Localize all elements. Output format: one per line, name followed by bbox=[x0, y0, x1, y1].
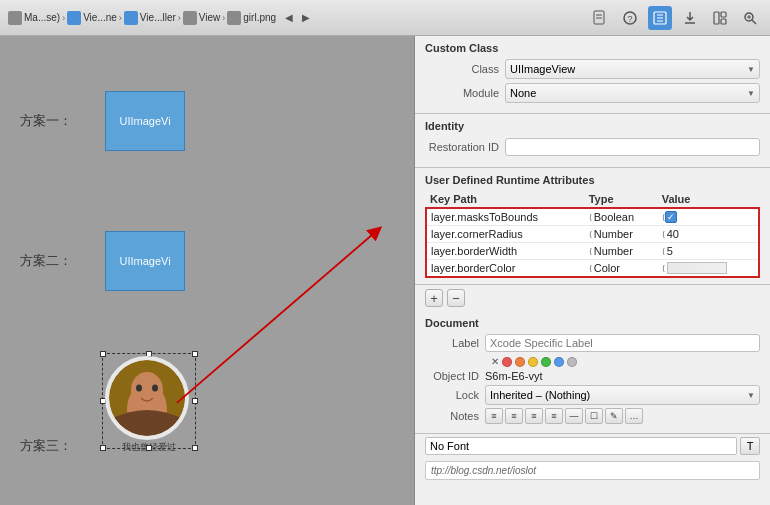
notes-more[interactable]: … bbox=[625, 408, 643, 424]
svg-point-21 bbox=[136, 385, 142, 392]
svg-rect-12 bbox=[721, 19, 726, 24]
notes-hr[interactable]: — bbox=[565, 408, 583, 424]
type-stepper-1: ⟨ Boolean bbox=[589, 211, 654, 223]
attr-keypath-3: layer.borderWidth bbox=[426, 243, 585, 260]
attr-keypath-1: layer.masksToBounds bbox=[426, 208, 585, 226]
url-area[interactable]: ttp://blog.csdn.net/ioslot bbox=[425, 461, 760, 480]
color-dot-gray[interactable] bbox=[567, 357, 577, 367]
blue-icon-1 bbox=[67, 11, 81, 25]
type-stepper-2: ⟨ Number bbox=[589, 228, 654, 240]
document-section: Document Label ✕ Object ID S6m-E6-vyt bbox=[415, 311, 770, 434]
blue-icon-2 bbox=[124, 11, 138, 25]
color-dot-red[interactable] bbox=[502, 357, 512, 367]
value-stepper-2[interactable]: ⟨ bbox=[662, 230, 665, 239]
notes-box[interactable]: ☐ bbox=[585, 408, 603, 424]
checkbox-1[interactable]: ✓ bbox=[665, 211, 677, 223]
value-stepper-4[interactable]: ⟨ bbox=[662, 264, 665, 273]
breadcrumb-label-5: girl.png bbox=[243, 12, 276, 23]
breadcrumb-item-1[interactable]: Ma...se) bbox=[8, 11, 60, 25]
attr-value-3: ⟨ 5 bbox=[658, 243, 759, 260]
notes-label: Notes bbox=[425, 410, 485, 422]
table-row[interactable]: layer.cornerRadius ⟨ Number ⟨ 40 bbox=[426, 226, 759, 243]
svg-point-20 bbox=[131, 372, 163, 408]
nav-back-icon[interactable]: ◀ bbox=[282, 11, 296, 25]
help-button[interactable]: ? bbox=[618, 6, 642, 30]
restoration-row: Restoration ID bbox=[425, 137, 760, 157]
download-button[interactable] bbox=[678, 6, 702, 30]
clear-color-button[interactable]: ✕ bbox=[491, 356, 499, 367]
font-t-button[interactable]: T bbox=[740, 437, 760, 455]
color-dot-orange[interactable] bbox=[515, 357, 525, 367]
notes-pen[interactable]: ✎ bbox=[605, 408, 623, 424]
class-label: Class bbox=[425, 63, 505, 75]
handle-tl bbox=[100, 351, 106, 357]
svg-point-22 bbox=[152, 385, 158, 392]
attr-keypath-2: layer.cornerRadius bbox=[426, 226, 585, 243]
class-select[interactable]: UIImageView ▼ bbox=[505, 59, 760, 79]
col-type: Type bbox=[585, 191, 658, 208]
notes-align-right[interactable]: ≡ bbox=[525, 408, 543, 424]
section-3: 方案三： bbox=[20, 356, 193, 455]
zoom-button[interactable] bbox=[738, 6, 762, 30]
type-stepper-4: ⟨ Color bbox=[589, 262, 654, 274]
breadcrumb-nav: ◀ ▶ bbox=[282, 11, 313, 25]
photo-container[interactable]: 我也曾经爱过 bbox=[105, 356, 193, 446]
color-dots-row: ✕ bbox=[491, 356, 760, 367]
breadcrumb-item-5[interactable]: girl.png bbox=[227, 11, 276, 25]
attr-type-2: ⟨ Number bbox=[585, 226, 658, 243]
gray-icon-1 bbox=[183, 11, 197, 25]
add-attribute-button[interactable]: + bbox=[425, 289, 443, 307]
restoration-input[interactable] bbox=[505, 138, 760, 156]
value-stepper-3[interactable]: ⟨ bbox=[662, 247, 665, 256]
stepper-arrow-3[interactable]: ⟨ bbox=[589, 247, 592, 256]
font-row: No Font T bbox=[415, 437, 770, 455]
module-select[interactable]: None ▼ bbox=[505, 83, 760, 103]
attr-value-2: ⟨ 40 bbox=[658, 226, 759, 243]
attr-type-4: ⟨ Color bbox=[585, 260, 658, 278]
breadcrumb-sep-2: › bbox=[119, 13, 122, 23]
module-select-arrow: ▼ bbox=[747, 89, 755, 98]
breadcrumb-item-3[interactable]: Vie...ller bbox=[124, 11, 176, 25]
remove-attribute-button[interactable]: − bbox=[447, 289, 465, 307]
custom-class-title: Custom Class bbox=[425, 42, 760, 54]
attr-value-4: ⟨ bbox=[658, 260, 759, 278]
breadcrumb-label-3: Vie...ller bbox=[140, 12, 176, 23]
breadcrumb: Ma...se) › Vie...ne › Vie...ller › View … bbox=[8, 11, 313, 25]
breadcrumb-item-2[interactable]: Vie...ne bbox=[67, 11, 117, 25]
photo-inner bbox=[109, 360, 185, 436]
color-preview[interactable] bbox=[667, 262, 727, 274]
lock-select[interactable]: Inherited – (Nothing) ▼ bbox=[485, 385, 760, 405]
table-row[interactable]: layer.borderColor ⟨ Color ⟨ bbox=[426, 260, 759, 278]
table-row[interactable]: layer.borderWidth ⟨ Number ⟨ 5 bbox=[426, 243, 759, 260]
notes-align-center[interactable]: ≡ bbox=[505, 408, 523, 424]
section-1: 方案一： UIImageVi bbox=[20, 91, 185, 151]
notes-justify[interactable]: ≡ bbox=[545, 408, 563, 424]
new-file-button[interactable] bbox=[588, 6, 612, 30]
svg-line-14 bbox=[752, 20, 756, 24]
identity-section: Identity Restoration ID bbox=[415, 114, 770, 168]
notes-align-left[interactable]: ≡ bbox=[485, 408, 503, 424]
stepper-arrow-2[interactable]: ⟨ bbox=[589, 230, 592, 239]
breadcrumb-item-4[interactable]: View bbox=[183, 11, 221, 25]
inspect-button[interactable] bbox=[648, 6, 672, 30]
layout-button[interactable] bbox=[708, 6, 732, 30]
label-input[interactable] bbox=[485, 334, 760, 352]
notes-icons: ≡ ≡ ≡ ≡ — ☐ ✎ … bbox=[485, 408, 643, 424]
class-row: Class UIImageView ▼ bbox=[425, 59, 760, 79]
toolbar: Ma...se) › Vie...ne › Vie...ller › View … bbox=[0, 0, 770, 36]
uiimageview-2[interactable]: UIImageVi bbox=[105, 231, 185, 291]
object-id-row: Object ID S6m-E6-vyt bbox=[425, 370, 760, 382]
uiimageview-1[interactable]: UIImageVi bbox=[105, 91, 185, 151]
object-id-label: Object ID bbox=[425, 370, 485, 382]
color-dot-yellow[interactable] bbox=[528, 357, 538, 367]
object-id-value: S6m-E6-vyt bbox=[485, 370, 542, 382]
handle-mr bbox=[192, 398, 198, 404]
stepper-arrow-1[interactable]: ⟨ bbox=[589, 213, 592, 222]
stepper-arrow-4[interactable]: ⟨ bbox=[589, 264, 592, 273]
color-dot-blue[interactable] bbox=[554, 357, 564, 367]
svg-rect-11 bbox=[721, 12, 726, 17]
color-dot-green[interactable] bbox=[541, 357, 551, 367]
nav-forward-icon[interactable]: ▶ bbox=[299, 11, 313, 25]
section-2: 方案二： UIImageVi bbox=[20, 231, 185, 291]
table-row[interactable]: layer.masksToBounds ⟨ Boolean ⟨ ✓ bbox=[426, 208, 759, 226]
